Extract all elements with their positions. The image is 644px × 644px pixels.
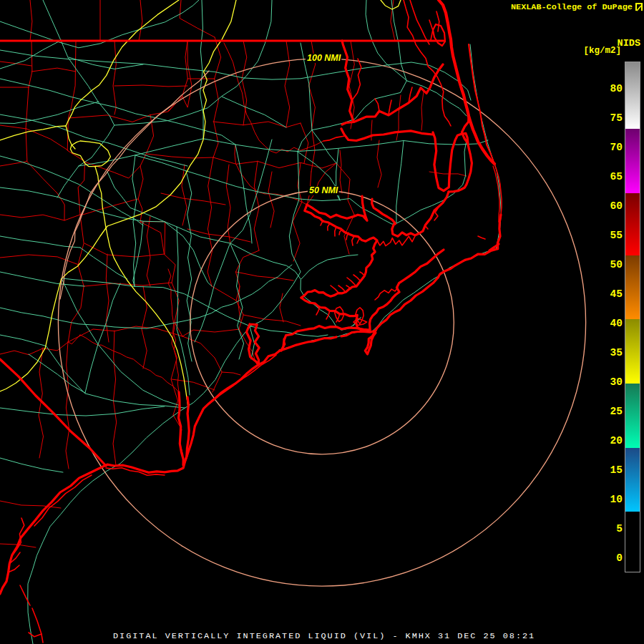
svg-text:100 NMI: 100 NMI (307, 53, 341, 63)
svg-text:50 NMI: 50 NMI (309, 185, 338, 195)
